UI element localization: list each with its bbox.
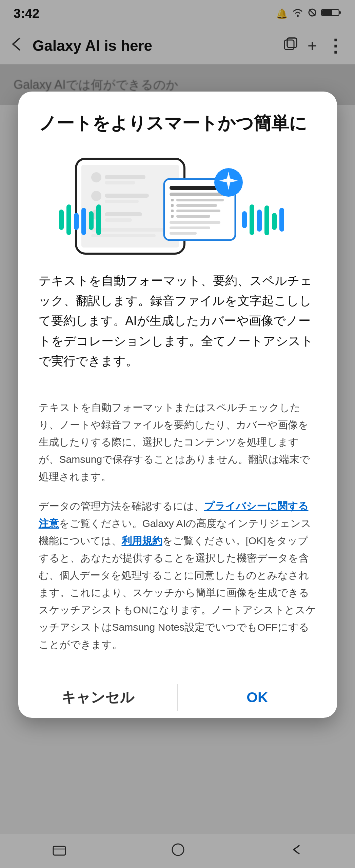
section-divider	[39, 385, 317, 385]
svg-rect-34	[170, 226, 210, 229]
svg-rect-39	[59, 210, 64, 230]
svg-rect-47	[257, 210, 262, 232]
modal-body: テキストを自動フォーマット、要約、スペルチェック、翻訳します。録音ファイルを文字…	[18, 271, 337, 673]
legal-text-after: をご覧ください。[OK]をタップすると、あなたが提供することを選択した機密データ…	[39, 535, 316, 650]
svg-rect-11	[91, 172, 101, 182]
svg-rect-29	[171, 210, 174, 212]
modal-dialog: ノートをよりスマートかつ簡単に	[18, 92, 337, 718]
svg-rect-42	[81, 208, 86, 235]
modal-illustration	[18, 142, 337, 271]
svg-rect-15	[105, 194, 149, 198]
legal-text-before-link1: データの管理方法を確認するには、	[39, 500, 204, 512]
svg-rect-26	[176, 199, 224, 201]
svg-rect-18	[105, 212, 142, 216]
svg-rect-12	[105, 175, 145, 179]
svg-rect-27	[171, 204, 174, 207]
svg-rect-20	[91, 228, 166, 232]
svg-rect-46	[250, 204, 254, 235]
svg-rect-24	[170, 193, 227, 196]
svg-rect-35	[170, 232, 197, 235]
svg-rect-13	[105, 181, 135, 184]
svg-rect-16	[105, 200, 139, 203]
svg-rect-32	[176, 215, 210, 218]
svg-rect-28	[176, 204, 217, 207]
svg-rect-48	[264, 205, 269, 235]
modal-footer: キャンセル OK	[18, 677, 337, 718]
svg-rect-14	[91, 191, 101, 201]
cancel-button[interactable]: キャンセル	[18, 677, 178, 718]
svg-rect-31	[171, 215, 174, 218]
modal-description-main: テキストを自動フォーマット、要約、スペルチェック、翻訳します。録音ファイルを文字…	[39, 271, 317, 371]
svg-rect-44	[96, 204, 101, 235]
modal-overlay: ノートをよりスマートかつ簡単に	[0, 0, 355, 868]
svg-rect-45	[242, 211, 247, 228]
svg-rect-19	[105, 218, 132, 222]
modal-description-secondary: テキストを自動フォーマットまたはスペルチェックしたり、ノートや録音ファイルを要約…	[39, 399, 317, 485]
svg-rect-49	[272, 213, 277, 230]
svg-rect-41	[74, 213, 79, 230]
ok-button[interactable]: OK	[178, 677, 337, 718]
svg-rect-33	[170, 221, 220, 224]
svg-rect-25	[171, 199, 174, 201]
modal-description-legal: データの管理方法を確認するには、プライバシーに関する注意をご覧ください。Gala…	[39, 497, 317, 653]
svg-rect-43	[89, 211, 94, 230]
svg-rect-40	[66, 204, 71, 235]
svg-rect-30	[176, 210, 220, 212]
svg-rect-50	[279, 208, 284, 232]
svg-rect-21	[91, 234, 156, 237]
modal-header: ノートをよりスマートかつ簡単に	[18, 92, 337, 142]
terms-link[interactable]: 利用規約	[122, 535, 162, 546]
modal-title: ノートをよりスマートかつ簡単に	[39, 112, 317, 135]
